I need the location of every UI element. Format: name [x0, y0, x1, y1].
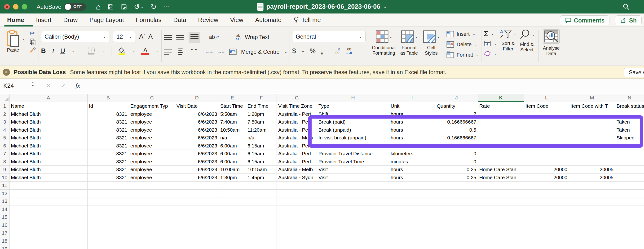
cell-H10[interactable]: Visit — [317, 174, 389, 182]
row-header-12[interactable]: 12 — [0, 190, 10, 198]
cell-I9[interactable]: hours — [389, 166, 435, 174]
cell-E18[interactable] — [219, 237, 246, 245]
column-header-M[interactable]: M — [569, 94, 615, 102]
cell-M3[interactable] — [569, 118, 615, 126]
cell-H15[interactable] — [317, 213, 389, 221]
cell-N5[interactable]: Skipped — [615, 134, 644, 142]
row-header-5[interactable]: 5 — [0, 134, 10, 142]
formula-input[interactable] — [88, 78, 644, 93]
cell-C3[interactable]: employee — [129, 118, 175, 126]
percent-format-button[interactable]: % — [310, 47, 316, 55]
cell-C14[interactable] — [129, 206, 175, 214]
cell-J8[interactable]: 0 — [435, 158, 478, 166]
paste-button[interactable]: Paste — [6, 30, 20, 53]
cell-D13[interactable] — [175, 198, 219, 206]
wrap-text-button[interactable]: Wrap Text — [245, 34, 269, 40]
cell-G7[interactable]: Australia - Pert — [277, 150, 317, 158]
more-commands-icon[interactable]: ⋯ — [163, 3, 169, 10]
align-center-button[interactable] — [176, 47, 184, 56]
cell-I5[interactable]: hours — [389, 134, 435, 142]
row-header-9[interactable]: 9 — [0, 166, 10, 174]
cell-I12[interactable] — [389, 190, 435, 198]
cell-A11[interactable] — [10, 182, 88, 190]
row-header-14[interactable]: 14 — [0, 206, 10, 214]
select-all-corner[interactable] — [0, 94, 10, 102]
cell-D16[interactable] — [175, 221, 219, 229]
cell-C18[interactable] — [129, 237, 175, 245]
minimize-window-button[interactable] — [13, 4, 18, 10]
cell-B17[interactable] — [88, 229, 129, 237]
cell-J3[interactable]: 0.166666667 — [435, 118, 478, 126]
cell-D18[interactable] — [175, 237, 219, 245]
cell-M2[interactable] — [569, 110, 615, 118]
cell-B5[interactable]: 8321 — [88, 134, 129, 142]
cell-H1[interactable]: Type — [317, 102, 389, 110]
cell-I13[interactable] — [389, 198, 435, 206]
cell-B13[interactable] — [88, 198, 129, 206]
cell-A6[interactable]: Michael Bluth — [10, 142, 88, 150]
tab-data[interactable]: Data — [173, 15, 187, 25]
undo-chevron-icon[interactable]: ⌄ — [141, 4, 144, 9]
cell-J7[interactable]: 0 — [435, 150, 478, 158]
cell-M15[interactable] — [569, 213, 615, 221]
cell-C9[interactable]: employee — [129, 166, 175, 174]
cell-N13[interactable] — [615, 198, 644, 206]
cell-K1[interactable]: Rate — [478, 102, 524, 110]
cell-H16[interactable] — [317, 221, 389, 229]
cell-J17[interactable] — [435, 229, 478, 237]
cell-J15[interactable] — [435, 213, 478, 221]
cell-C17[interactable] — [129, 229, 175, 237]
cell-M17[interactable] — [569, 229, 615, 237]
cell-A7[interactable]: Michael Bluth — [10, 150, 88, 158]
tab-automate[interactable]: Automate — [254, 15, 282, 25]
cell-A8[interactable]: Michael Bluth — [10, 158, 88, 166]
cell-G8[interactable]: Australia - Pert — [277, 158, 317, 166]
cell-L2[interactable] — [524, 110, 569, 118]
cell-H8[interactable]: Provider Travel Time — [317, 158, 389, 166]
cell-C10[interactable]: employee — [129, 174, 175, 182]
cell-K18[interactable] — [478, 237, 524, 245]
column-header-N[interactable]: N — [615, 94, 644, 102]
cell-F12[interactable] — [246, 190, 277, 198]
cell-A4[interactable]: Michael Bluth — [10, 126, 88, 134]
orientation-chevron-icon[interactable]: ⌄ — [224, 35, 227, 39]
align-middle-button[interactable] — [176, 34, 184, 41]
cell-J4[interactable]: 0.5 — [435, 126, 478, 134]
cell-N7[interactable] — [615, 150, 644, 158]
cell-E9[interactable]: 10:00am — [219, 166, 246, 174]
cell-E7[interactable]: 6:00am — [219, 150, 246, 158]
cell-I11[interactable] — [389, 182, 435, 190]
cell-L12[interactable] — [524, 190, 569, 198]
cell-I16[interactable] — [389, 221, 435, 229]
copy-button[interactable] — [30, 38, 36, 46]
cell-B8[interactable]: 8321 — [88, 158, 129, 166]
cell-B12[interactable] — [88, 190, 129, 198]
column-header-D[interactable]: D — [175, 94, 219, 102]
row-header-7[interactable]: 7 — [0, 150, 10, 158]
row-header-15[interactable]: 15 — [0, 213, 10, 221]
cell-A19[interactable] — [10, 245, 88, 249]
cell-C12[interactable] — [129, 190, 175, 198]
cell-N4[interactable]: Taken — [615, 126, 644, 134]
font-name-select[interactable]: Calibri (Body)⌄ — [41, 31, 110, 42]
cell-F16[interactable] — [246, 221, 277, 229]
font-color-chevron-icon[interactable]: ⌄ — [156, 49, 159, 53]
cell-K12[interactable] — [478, 190, 524, 198]
cell-B19[interactable] — [88, 245, 129, 249]
cell-K4[interactable] — [478, 126, 524, 134]
cell-K14[interactable] — [478, 206, 524, 214]
cell-A5[interactable]: Michael Bluth — [10, 134, 88, 142]
cell-F11[interactable] — [246, 182, 277, 190]
cell-B3[interactable]: 8321 — [88, 118, 129, 126]
cell-B14[interactable] — [88, 206, 129, 214]
cell-B6[interactable]: 8321 — [88, 142, 129, 150]
cell-L6[interactable]: 20000 — [524, 142, 569, 150]
cell-A15[interactable] — [10, 213, 88, 221]
cell-C6[interactable]: employee — [129, 142, 175, 150]
cell-A9[interactable]: Michael Bluth — [10, 166, 88, 174]
underline-chevron-icon[interactable]: ⌄ — [72, 49, 75, 53]
format-as-table-button[interactable]: ⌄ Formatas Table — [400, 30, 418, 66]
cell-B10[interactable]: 8321 — [88, 174, 129, 182]
document-title[interactable]: payroll-report_2023-06-06_2023-06-06 — [266, 3, 380, 10]
cell-F18[interactable] — [246, 237, 277, 245]
